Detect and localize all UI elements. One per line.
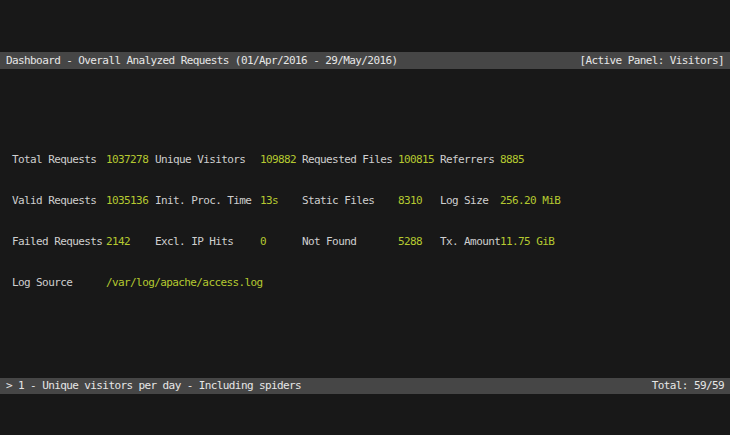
not-found-value: 5288 <box>398 234 440 249</box>
unique-visitors-label: Unique Visitors <box>155 152 260 167</box>
overall-summary: Total Requests 1037278 Unique Visitors 1… <box>0 126 730 316</box>
panel-visitors-header[interactable]: > 1 - Unique visitors per day - Includin… <box>0 378 730 394</box>
unique-visitors-value: 109882 <box>260 152 302 167</box>
valid-requests-label: Valid Requests <box>12 193 106 208</box>
panel-visitors-title: > 1 - Unique visitors per day - Includin… <box>6 378 301 394</box>
log-source-path: /var/log/apache/access.log <box>106 275 730 290</box>
not-found-label: Not Found <box>302 234 398 249</box>
tx-amount-value: 11.75 GiB <box>500 234 730 249</box>
log-size-value: 256.20 MiB <box>500 193 730 208</box>
requested-files-value: 100815 <box>398 152 440 167</box>
failed-requests-value: 2142 <box>106 234 155 249</box>
log-size-label: Log Size <box>440 193 500 208</box>
panel-visitors-body: Hits h% Vis. v% Tx. Amount Avg. T.S. Cum… <box>0 420 730 435</box>
referrers-value: 8885 <box>500 152 730 167</box>
init-proc-time-label: Init. Proc. Time <box>155 193 260 208</box>
excl-ip-hits-value: 0 <box>260 234 302 249</box>
static-files-label: Static Files <box>302 193 398 208</box>
dashboard-title: Dashboard - Overall Analyzed Requests (0… <box>6 52 397 69</box>
summary-line-2: Valid Requests 1035136 Init. Proc. Time … <box>0 193 730 208</box>
log-source-label: Log Source <box>12 275 106 290</box>
summary-line-3: Failed Requests 2142 Excl. IP Hits 0 Not… <box>0 234 730 249</box>
excl-ip-hits-label: Excl. IP Hits <box>155 234 260 249</box>
summary-line-4: Log Source /var/log/apache/access.log <box>0 275 730 290</box>
requested-files-label: Requested Files <box>302 152 398 167</box>
active-panel-indicator: [Active Panel: Visitors] <box>579 52 724 69</box>
panel-visitors-total: Total: 59/59 <box>652 378 724 394</box>
referrers-label: Referrers <box>440 152 500 167</box>
goaccess-dashboard: Dashboard - Overall Analyzed Requests (0… <box>0 0 730 435</box>
valid-requests-value: 1035136 <box>106 193 155 208</box>
title-bar: Dashboard - Overall Analyzed Requests (0… <box>0 52 730 69</box>
total-requests-value: 1037278 <box>106 152 155 167</box>
tx-amount-label: Tx. Amount <box>440 234 500 249</box>
init-proc-time-value: 13s <box>260 193 302 208</box>
static-files-value: 8310 <box>398 193 440 208</box>
summary-line-1: Total Requests 1037278 Unique Visitors 1… <box>0 152 730 167</box>
total-requests-label: Total Requests <box>12 152 106 167</box>
failed-requests-label: Failed Requests <box>12 234 106 249</box>
